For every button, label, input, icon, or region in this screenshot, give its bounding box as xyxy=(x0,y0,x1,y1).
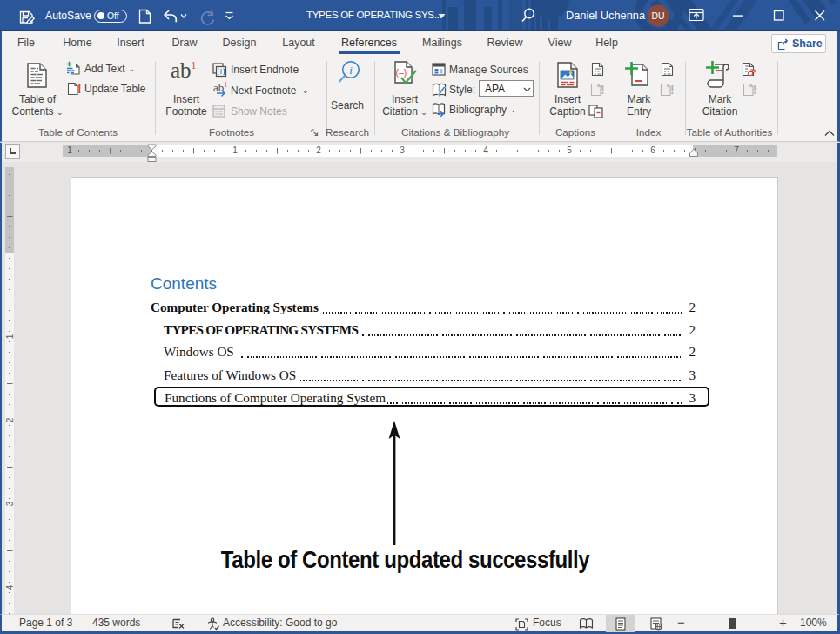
svg-text:!: ! xyxy=(670,83,675,97)
svg-text:i: i xyxy=(349,64,353,77)
svg-text:!: ! xyxy=(753,83,757,97)
svg-text:(–): (–) xyxy=(396,67,407,78)
svg-text:DU: DU xyxy=(651,10,664,21)
svg-text:!: ! xyxy=(601,83,605,97)
svg-text:!: ! xyxy=(77,82,82,96)
